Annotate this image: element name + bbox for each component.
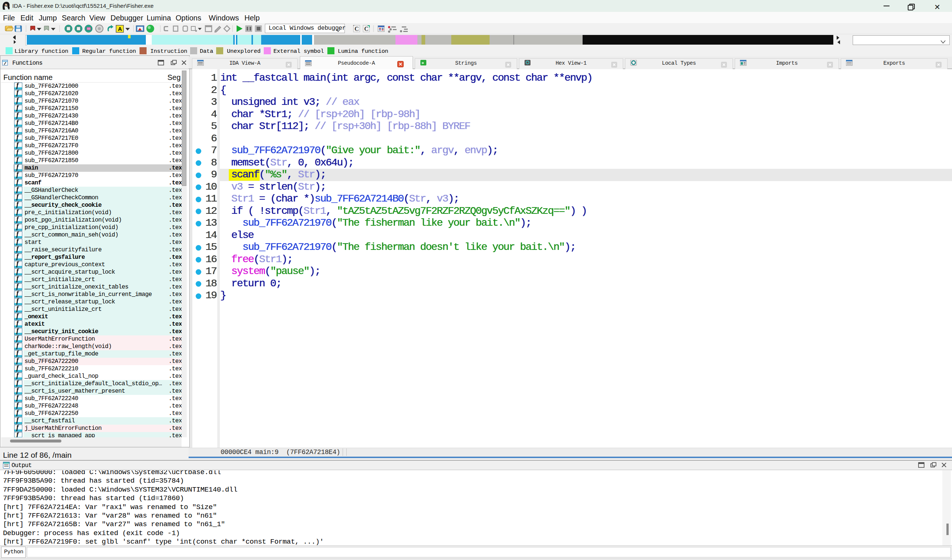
- svg-text:C: C: [364, 26, 369, 32]
- svg-text:C: C: [354, 26, 359, 32]
- svg-text:°: °: [353, 25, 354, 28]
- svg-text:A: A: [118, 26, 122, 32]
